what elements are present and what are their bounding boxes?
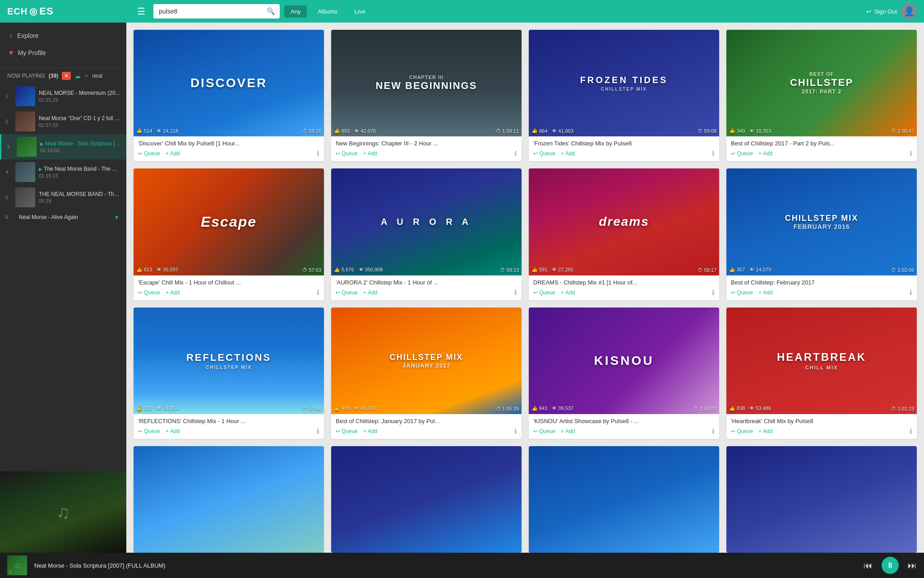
clear-queue-button[interactable]: ✕ xyxy=(62,72,71,80)
playlist-item[interactable]: 4 ▶ The Neal Morse Band - The Grand Expe… xyxy=(0,159,126,185)
card-aurora[interactable]: A U R O R A 👍 5,676 👁 350,908 ⏱ 59:13 'A… xyxy=(331,168,522,300)
likes-stat: 👍 613 xyxy=(136,267,152,273)
info-button[interactable]: ℹ xyxy=(712,149,715,158)
card-newbeginnings[interactable]: CHAPTER III NEW BEGINNINGS 👍 693 👁 42,07… xyxy=(331,30,522,161)
info-button[interactable]: ℹ xyxy=(514,427,517,435)
add-button[interactable]: + Add xyxy=(166,150,180,157)
sidebar-item-explore[interactable]: ♪ Explore xyxy=(0,27,126,44)
card-stats: 👍 381 👁 24,254 xyxy=(136,406,321,411)
add-button[interactable]: + Add xyxy=(166,289,180,296)
search-button[interactable]: 🔍 xyxy=(262,4,280,19)
info-button[interactable]: ℹ xyxy=(910,289,912,297)
queue-button[interactable]: ↩ Queue xyxy=(138,428,160,434)
playlist-item[interactable]: 6 Neal Morse - Alive Again ▾ xyxy=(0,210,126,224)
queue-button[interactable]: ↩ Queue xyxy=(533,150,555,157)
add-button[interactable]: + Add xyxy=(561,289,575,296)
info-button[interactable]: ℹ xyxy=(317,149,319,158)
card-partial-4[interactable] xyxy=(726,446,917,553)
card-partial-1[interactable] xyxy=(134,446,324,553)
add-button[interactable]: + Add xyxy=(561,428,575,434)
results-grid: DISCOVER 👍 514 👁 24,118 ⏱ 58:16 'Discove… xyxy=(134,30,917,553)
info-button[interactable]: ℹ xyxy=(910,149,912,158)
card-kisnou[interactable]: KISNOU 👍 641 👁 39,537 ⏱ 1:00:00 'KISNOU'… xyxy=(529,308,719,439)
avatar[interactable]: 👤 xyxy=(901,4,917,19)
card-reflections[interactable]: REFLECTIONS CHILLSTEP MIX 👍 381 👁 24,254… xyxy=(134,308,324,439)
add-button[interactable]: + Add xyxy=(758,289,772,296)
card-title: 'KISNOU' Artist Showcase by Pulse8 - ... xyxy=(533,418,715,424)
sidebar: ♪ Explore ♥ My Profile NOW PLAYING (39) … xyxy=(0,23,126,553)
sidebar-item-myprofile[interactable]: ♥ My Profile xyxy=(0,44,126,61)
filter-live-button[interactable]: Live xyxy=(348,5,372,18)
play-pause-button[interactable]: ⏸ xyxy=(882,557,899,574)
queue-button[interactable]: ↩ Queue xyxy=(138,289,160,296)
card-thumbnail: REFLECTIONS CHILLSTEP MIX 👍 381 👁 24,254… xyxy=(134,308,324,414)
card-actions: ↩ Queue + Add ℹ xyxy=(533,149,715,158)
card-partial-2[interactable] xyxy=(331,446,522,553)
track-thumbnail xyxy=(17,137,37,157)
info-button[interactable]: ℹ xyxy=(910,427,912,435)
info-button[interactable]: ℹ xyxy=(317,289,319,297)
queued-icon: ▶ xyxy=(39,167,42,172)
add-button[interactable]: + Add xyxy=(758,428,772,434)
card-thumbnail: Escape 👍 613 👁 35,597 ⏱ 57:03 xyxy=(134,168,324,275)
card-chillstepjan[interactable]: CHILLSTEP MIX JANUARY 2017 👍 498 👁 40,16… xyxy=(331,308,522,439)
track-duration: 05:29 xyxy=(39,198,121,204)
expand-button[interactable]: ▾ xyxy=(112,213,121,222)
track-title: THE NEAL MORSE BAND - The Grand Experime… xyxy=(39,191,121,197)
playlist-item[interactable]: 2 Neal Morse "One" CD 1 y 2 full Disco 0… xyxy=(0,109,126,134)
card-thumb-image: Escape xyxy=(134,168,324,275)
card-duration: ⏱ 59:08 xyxy=(698,128,716,134)
card-heartbreak[interactable]: HEARTBREAK CHILL MIX 👍 838 👁 53,486 ⏱ 1:… xyxy=(726,308,917,439)
info-button[interactable]: ℹ xyxy=(712,289,715,297)
add-button[interactable]: + Add xyxy=(166,428,180,434)
search-form: 🔍 xyxy=(153,4,280,19)
queue-button[interactable]: ↩ Queue xyxy=(336,150,358,157)
card-actions: ↩ Queue + Add ℹ xyxy=(731,427,912,435)
playlist-item-active[interactable]: 3 ▶ Neal Morse - Sola Scriptura [2007] (… xyxy=(0,134,126,159)
filter-any-button[interactable]: Any xyxy=(284,5,307,18)
views-stat: 👁 27,265 xyxy=(552,267,573,272)
info-button[interactable]: ℹ xyxy=(514,149,517,158)
previous-button[interactable]: ⏮ xyxy=(864,560,873,571)
card-escape[interactable]: Escape 👍 613 👁 35,597 ⏱ 57:03 'Escape' C… xyxy=(134,168,324,300)
card-stats: 👍 498 👁 40,166 xyxy=(334,406,519,411)
card-frozentides[interactable]: FROZEN TIDES CHILLSTEP MIX 👍 664 👁 41,60… xyxy=(529,30,719,161)
playlist-item[interactable]: 5 THE NEAL MORSE BAND - The Grand Experi… xyxy=(0,185,126,210)
card-partial-3[interactable] xyxy=(529,446,719,553)
queue-button[interactable]: ↩ Queue xyxy=(336,428,358,434)
track-thumbnail xyxy=(15,162,35,182)
card-chillstepfeb[interactable]: CHILLSTEP MIX FEBRUARY 2016 👍 357 👁 14,0… xyxy=(726,168,917,300)
queue-button[interactable]: ↩ Queue xyxy=(731,289,753,296)
add-button[interactable]: + Add xyxy=(363,428,377,434)
queue-button[interactable]: ↩ Queue xyxy=(138,150,160,157)
queue-button[interactable]: ↩ Queue xyxy=(336,289,358,296)
filter-albums-button[interactable]: Albums xyxy=(311,5,343,18)
next-button[interactable]: ⏭ xyxy=(908,560,917,571)
info-button[interactable]: ℹ xyxy=(514,289,517,297)
card-duration: ⏱ 59:17 xyxy=(698,267,716,273)
card-body: 'Frozen Tides' Chillstep Mix by Pulse8 ↩… xyxy=(529,136,719,161)
info-button[interactable]: ℹ xyxy=(317,427,319,435)
add-button[interactable]: + Add xyxy=(758,150,772,157)
info-button[interactable]: ℹ xyxy=(712,427,715,435)
card-discover[interactable]: DISCOVER 👍 514 👁 24,118 ⏱ 58:16 'Discove… xyxy=(134,30,324,161)
card-chillstep2017[interactable]: BEST OF CHILLSTEP 2017: PART 2 👍 340 👁 1… xyxy=(726,30,917,161)
add-button[interactable]: + Add xyxy=(363,289,377,296)
sign-out-button[interactable]: ↩ Sign Out xyxy=(866,8,897,15)
likes-stat: 👍 381 xyxy=(136,406,152,411)
queue-button[interactable]: ↩ Queue xyxy=(533,428,555,434)
search-input[interactable] xyxy=(153,5,262,18)
card-body: 'Heartbreak' Chill Mix by Pulse8 ↩ Queue… xyxy=(726,414,917,439)
track-thumbnail xyxy=(15,86,35,106)
card-dreams[interactable]: dreams 👍 591 👁 27,265 ⏱ 59:17 DREAMS - C… xyxy=(529,168,719,300)
likes-stat: 👍 693 xyxy=(334,128,350,134)
track-info: ▶ Neal Morse - Sola Scriptura [2007] (FU… xyxy=(40,140,121,153)
card-body: Best of Chillstep: January 2017 by Pul..… xyxy=(331,414,522,439)
playlist-item[interactable]: 1 NEAL MORSE - Momentum (2012) [Full Alb… xyxy=(0,84,126,109)
add-button[interactable]: + Add xyxy=(363,150,377,157)
add-button[interactable]: + Add xyxy=(561,150,575,157)
queue-button[interactable]: ↩ Queue xyxy=(731,150,753,157)
queue-button[interactable]: ↩ Queue xyxy=(533,289,555,296)
queue-button[interactable]: ↩ Queue xyxy=(731,428,753,434)
menu-button[interactable]: ☰ xyxy=(134,4,149,19)
